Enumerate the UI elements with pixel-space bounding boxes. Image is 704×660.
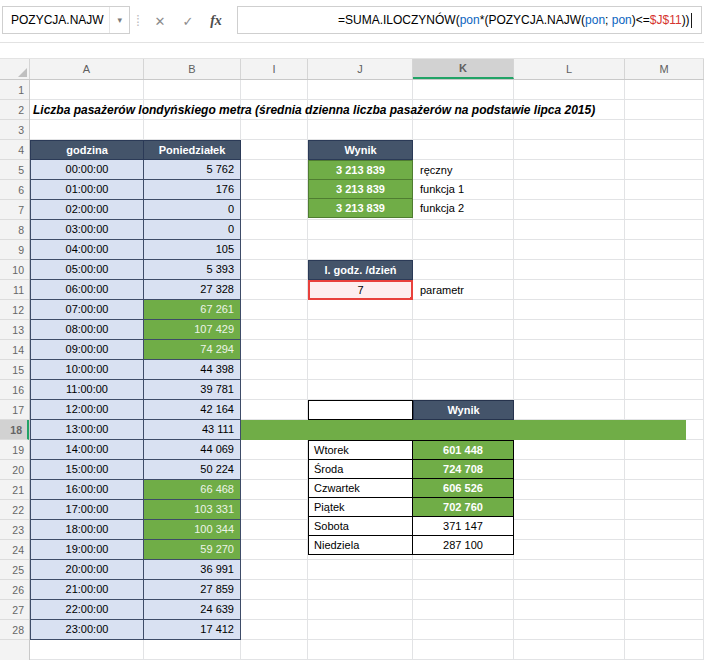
cancel-icon[interactable]: ✕	[148, 9, 172, 33]
row-header[interactable]: 3	[0, 120, 29, 140]
cell-time[interactable]: 18:00:00	[30, 520, 144, 540]
row-header[interactable]: 5	[0, 160, 29, 180]
sheet-title[interactable]: Liczba pasażerów londyńskiego metra (śre…	[33, 100, 595, 120]
cell-time[interactable]: 00:00:00	[30, 160, 144, 180]
cell-time[interactable]: 19:00:00	[30, 540, 144, 560]
cell-param-label[interactable]: parametr	[420, 280, 464, 300]
cell-value[interactable]: 103 331	[144, 500, 241, 520]
column-header[interactable]: A	[30, 59, 144, 79]
param-header[interactable]: l. godz. /dzień	[308, 260, 413, 280]
cell-value[interactable]: 50 224	[144, 460, 241, 480]
cell-day-value[interactable]: 287 100	[413, 535, 514, 555]
cell-empty-j17[interactable]	[308, 400, 413, 420]
cell-day[interactable]: Sobota	[308, 516, 413, 536]
cell-value[interactable]: 5 393	[144, 260, 241, 280]
cell-day-value[interactable]: 371 147	[413, 516, 514, 536]
cell-time[interactable]: 03:00:00	[30, 220, 144, 240]
row-header[interactable]: 24	[0, 540, 29, 560]
cell-time[interactable]: 07:00:00	[30, 300, 144, 320]
cell-param-value[interactable]: 7	[308, 280, 413, 300]
cell-value[interactable]: 17 412	[144, 620, 241, 640]
cell-value[interactable]: 66 468	[144, 480, 241, 500]
cell-day-value[interactable]: 724 708	[413, 459, 514, 479]
cell-day[interactable]: Czwartek	[308, 478, 413, 498]
row-header[interactable]: 14	[0, 340, 29, 360]
row-header[interactable]: 21	[0, 480, 29, 500]
cell-value[interactable]: 39 781	[144, 380, 241, 400]
row-header[interactable]: 19	[0, 440, 29, 460]
cell-result-value[interactable]: 3 213 839	[308, 179, 413, 199]
row-header[interactable]: 2	[0, 100, 29, 120]
cell-time[interactable]: 04:00:00	[30, 240, 144, 260]
row-header[interactable]: 18	[0, 420, 29, 440]
cell-day-value[interactable]: 601 448	[413, 440, 514, 460]
cell-value[interactable]: 107 429	[144, 320, 241, 340]
cell-value[interactable]: 27 859	[144, 580, 241, 600]
cell-time[interactable]: 15:00:00	[30, 460, 144, 480]
chevron-down-icon[interactable]: ▾	[109, 7, 129, 33]
row-header[interactable]: 1	[0, 80, 29, 100]
cell-result-label[interactable]: ręczny	[413, 160, 452, 180]
cell-time[interactable]: 05:00:00	[30, 260, 144, 280]
cell-result-label[interactable]: funkcja 2	[413, 198, 464, 218]
row-header[interactable]: 13	[0, 320, 29, 340]
cell-time[interactable]: 12:00:00	[30, 400, 144, 420]
header-poniedzialek[interactable]: Poniedziałek	[144, 140, 241, 160]
cell-value[interactable]: 0	[144, 200, 241, 220]
cell-time[interactable]: 21:00:00	[30, 580, 144, 600]
cell-value[interactable]: 105	[144, 240, 241, 260]
cell-value[interactable]: 74 294	[144, 340, 241, 360]
row-header[interactable]: 8	[0, 220, 29, 240]
cell-time[interactable]: 14:00:00	[30, 440, 144, 460]
cell-day[interactable]: Niedziela	[308, 535, 413, 555]
results-header[interactable]: Wynik	[308, 140, 413, 160]
cell-value[interactable]: 44 398	[144, 360, 241, 380]
insert-function-icon[interactable]: fx	[204, 9, 228, 33]
formula-input[interactable]: =SUMA.ILOCZYNÓW(pon*(POZYCJA.NAJW(pon; p…	[237, 6, 702, 34]
row-header[interactable]: 22	[0, 500, 29, 520]
cell-value[interactable]: 5 762	[144, 160, 241, 180]
row-header[interactable]: 9	[0, 240, 29, 260]
row-header[interactable]: 4	[0, 140, 29, 160]
cell-time[interactable]: 23:00:00	[30, 620, 144, 640]
cell-time[interactable]: 13:00:00	[30, 420, 144, 440]
cell-value[interactable]: 27 328	[144, 280, 241, 300]
cell-time[interactable]: 08:00:00	[30, 320, 144, 340]
cell-day[interactable]: Piątek	[308, 497, 413, 517]
row-header[interactable]: 28	[0, 620, 29, 640]
cell-value[interactable]: 100 344	[144, 520, 241, 540]
column-header[interactable]: B	[144, 59, 241, 79]
row-header[interactable]: 7	[0, 200, 29, 220]
row-header[interactable]: 20	[0, 460, 29, 480]
cell-result-value[interactable]: 3 213 839	[308, 198, 413, 218]
column-header[interactable]: M	[625, 59, 704, 79]
cell-value[interactable]: 24 639	[144, 600, 241, 620]
row-header[interactable]: 11	[0, 280, 29, 300]
row-header[interactable]: 15	[0, 360, 29, 380]
row-header[interactable]: 23	[0, 520, 29, 540]
cell-time[interactable]: 22:00:00	[30, 600, 144, 620]
row-header[interactable]: 27	[0, 600, 29, 620]
row-header[interactable]: 17	[0, 400, 29, 420]
row-header[interactable]: 12	[0, 300, 29, 320]
enter-icon[interactable]: ✓	[176, 9, 200, 33]
column-header[interactable]: I	[241, 59, 308, 79]
cell-result-value[interactable]: 3 213 839	[308, 160, 413, 180]
cell-time[interactable]: 11:00:00	[30, 380, 144, 400]
name-box[interactable]: POZYCJA.NAJW ▾	[2, 6, 130, 34]
row-header[interactable]: 26	[0, 580, 29, 600]
cell-value[interactable]: 0	[144, 220, 241, 240]
cell-value[interactable]: 43 111	[144, 420, 241, 440]
select-all-button[interactable]	[0, 59, 30, 79]
cell-time[interactable]: 10:00:00	[30, 360, 144, 380]
cell-value[interactable]: 67 261	[144, 300, 241, 320]
cell-edit-formula-overlay[interactable]: =SUMA.ILOCZYNÓW(pon*(POZYCJA.NAJW(pon; p…	[241, 420, 686, 440]
cell-day[interactable]: Środa	[308, 459, 413, 479]
cell-time[interactable]: 17:00:00	[30, 500, 144, 520]
cell-time[interactable]: 16:00:00	[30, 480, 144, 500]
header-godzina[interactable]: godzina	[30, 140, 144, 160]
cell-value[interactable]: 59 270	[144, 540, 241, 560]
cell-time[interactable]: 06:00:00	[30, 280, 144, 300]
column-header[interactable]: K	[413, 59, 514, 79]
cell-day-value[interactable]: 702 760	[413, 497, 514, 517]
